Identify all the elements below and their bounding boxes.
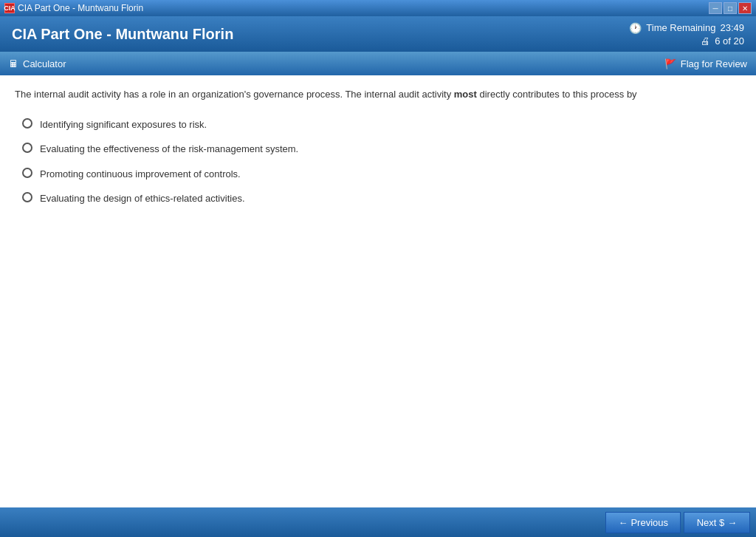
list-item: Promoting continuous improvement of cont… <box>22 167 741 182</box>
previous-button[interactable]: Previous <box>605 512 681 533</box>
previous-label: Previous <box>630 517 668 528</box>
answer-options: Identifying significant exposures to ris… <box>15 117 741 206</box>
app-icon: CIA <box>4 3 15 13</box>
bottom-bar: Previous Next $ <box>0 507 756 537</box>
clock-icon: 🕐 <box>629 22 642 34</box>
flag-review-tool[interactable]: 🚩 Flag for Review <box>664 58 747 69</box>
question-text-part2: directly contributes to this process by <box>477 89 637 100</box>
time-label: Time Remaining <box>646 22 715 33</box>
maximize-button[interactable]: □ <box>724 2 737 14</box>
option-a-text: Identifying significant exposures to ris… <box>40 117 207 132</box>
calculator-tool[interactable]: 🖩 Calculator <box>9 58 66 69</box>
list-item: Identifying significant exposures to ris… <box>22 117 741 132</box>
question-text-bold: most <box>454 89 477 100</box>
main-content: The internal audit activity has a role i… <box>0 75 756 507</box>
list-item: Evaluating the design of ethics-related … <box>22 191 741 206</box>
option-d-text: Evaluating the design of ethics-related … <box>40 191 245 206</box>
option-b-radio[interactable] <box>22 143 32 153</box>
previous-arrow-icon <box>618 517 628 528</box>
option-a-radio[interactable] <box>22 118 32 129</box>
app-header: CIA Part One - Muntwanu Florin 🕐 Time Re… <box>0 16 756 52</box>
next-arrow-icon <box>727 517 737 528</box>
option-d-radio[interactable] <box>22 192 32 202</box>
option-c-text: Promoting continuous improvement of cont… <box>40 167 241 182</box>
header-right: 🕐 Time Remaining 23:49 🖨 6 of 20 <box>629 22 744 47</box>
toolbar: 🖩 Calculator 🚩 Flag for Review <box>0 52 756 75</box>
flag-icon: 🚩 <box>664 58 676 69</box>
title-bar-controls[interactable]: ─ □ ✕ <box>709 2 752 14</box>
printer-icon: 🖨 <box>701 35 710 47</box>
title-bar-left: CIA CIA Part One - Muntwanu Florin <box>4 3 143 13</box>
question-progress: 6 of 20 <box>715 35 744 47</box>
option-b-text: Evaluating the effectiveness of the risk… <box>40 142 298 157</box>
minimize-button[interactable]: ─ <box>709 2 722 14</box>
calculator-icon: 🖩 <box>9 58 18 69</box>
option-c-radio[interactable] <box>22 168 32 178</box>
list-item: Evaluating the effectiveness of the risk… <box>22 142 741 157</box>
next-button[interactable]: Next $ <box>684 512 750 533</box>
close-button[interactable]: ✕ <box>738 2 752 14</box>
calculator-label: Calculator <box>23 58 66 69</box>
time-value: 23:49 <box>720 22 744 33</box>
question-text: The internal audit activity has a role i… <box>15 87 741 103</box>
next-label: Next $ <box>697 517 725 528</box>
time-remaining: 🕐 Time Remaining 23:49 <box>629 22 744 34</box>
flag-label: Flag for Review <box>681 58 747 69</box>
title-bar-text: CIA Part One - Muntwanu Florin <box>18 3 143 13</box>
question-count: 🖨 6 of 20 <box>701 35 744 47</box>
title-bar: CIA CIA Part One - Muntwanu Florin ─ □ ✕ <box>0 0 756 16</box>
question-text-part1: The internal audit activity has a role i… <box>15 89 454 100</box>
app-title: CIA Part One - Muntwanu Florin <box>12 26 233 43</box>
